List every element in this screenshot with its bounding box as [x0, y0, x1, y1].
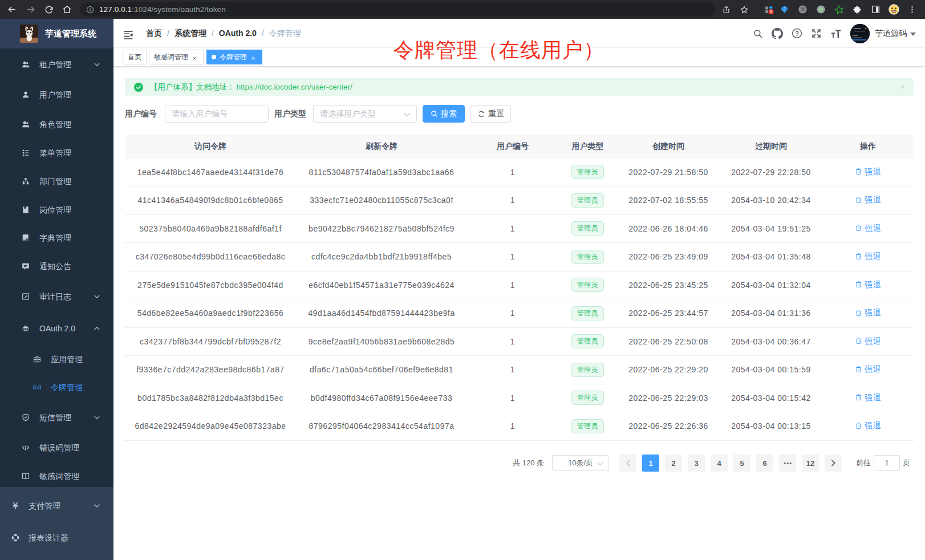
- svg-text:a: a: [36, 385, 38, 389]
- svg-text:⌘: ⌘: [800, 6, 805, 13]
- svg-text:9: 9: [770, 10, 772, 14]
